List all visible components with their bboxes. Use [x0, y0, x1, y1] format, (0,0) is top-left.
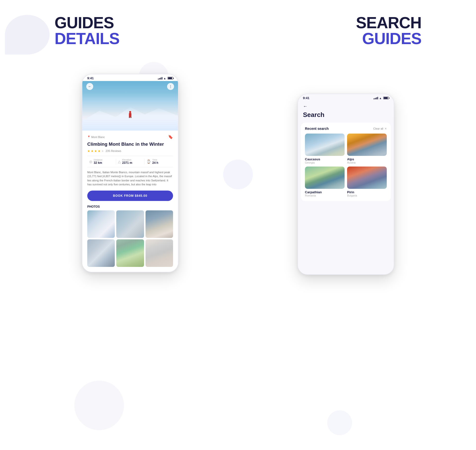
caucasus-country: Georgia	[305, 161, 345, 164]
stat-time: ⌚ Time 24 h	[145, 159, 173, 165]
photo-1[interactable]	[87, 210, 115, 238]
distance-icon: ◎	[89, 160, 92, 164]
search-title-line1: SEARCH	[356, 15, 421, 31]
back-button-2[interactable]: ←	[303, 104, 389, 109]
status-time-1: 9:41	[87, 76, 94, 80]
search-item-carpathian[interactable]: Carpathian Romania	[305, 167, 345, 197]
back-button-1[interactable]: ←	[86, 83, 93, 90]
elevation-icon: △	[118, 160, 121, 164]
pirin-name: Pirin	[347, 190, 387, 194]
rating-row: ★ ★ ★ ★ ★ 235 Reviews	[87, 149, 173, 153]
carpathian-image	[305, 167, 345, 189]
center-decorative-circle	[223, 160, 253, 189]
hero-image: ← ⋮	[82, 81, 178, 131]
star-4: ★	[98, 149, 101, 153]
photo-6[interactable]	[146, 239, 173, 267]
search-title-line2: GUIDES	[356, 31, 421, 47]
location-row: 📍 Mont Blanc 🔖	[87, 135, 173, 139]
star-2: ★	[91, 149, 94, 153]
photos-label: PHOTOS	[87, 205, 173, 208]
photo-4[interactable]	[87, 239, 115, 267]
guides-title-line2: DETAILS	[55, 31, 119, 47]
guides-title-line1: GUIDES	[55, 15, 119, 31]
photo-5[interactable]	[116, 239, 144, 267]
status-time-2: 9:41	[303, 96, 309, 100]
carpathian-name: Carpathian	[305, 190, 345, 194]
stars: ★ ★ ★ ★ ★	[87, 149, 104, 153]
signal-bar-1	[158, 79, 159, 80]
battery-icon-1	[168, 77, 173, 80]
photos-section: PHOTOS	[87, 205, 173, 267]
stat-elevation: △ Elevation 2371 m	[116, 159, 145, 165]
status-icons-2: ▲	[374, 97, 389, 100]
star-5: ★	[101, 149, 104, 153]
phone2-content: ← Search Recent search Clear all ✕	[298, 101, 394, 274]
time-icon: ⌚	[147, 160, 151, 164]
time-label: Time	[152, 159, 158, 161]
recent-search-label: Recent search	[305, 127, 329, 131]
phone-search-guides: 9:41 ▲ ← Sea	[298, 94, 394, 275]
status-icons-1: ▲	[158, 77, 173, 80]
wifi-icon-1: ▲	[163, 77, 166, 80]
alps-country: Austria	[347, 161, 387, 164]
phone-guides-details: 9:41 ▲	[82, 74, 178, 272]
star-3: ★	[94, 149, 97, 153]
search-item-pirin[interactable]: Pirin Bulgaria	[347, 167, 387, 197]
search-grid: Caucasus Georgia Alps Austria Carp	[305, 134, 387, 197]
signal-bar-6	[375, 98, 376, 99]
guide-title: Climbing Mont Blanc in the Winter	[87, 141, 173, 147]
stat-elevation-info: Elevation 2371 m	[122, 159, 132, 165]
left-section-title: GUIDES DETAILS	[55, 15, 119, 59]
reviews-count: 235 Reviews	[106, 149, 121, 152]
book-button[interactable]: BOOK FROM $845.00	[87, 191, 173, 201]
elevation-value: 2371 m	[122, 161, 132, 165]
signal-bars-2	[374, 97, 378, 99]
signal-bar-7	[376, 97, 377, 99]
caucasus-image	[305, 134, 345, 156]
location-label: 📍 Mont Blanc	[87, 136, 105, 139]
signal-bar-4	[162, 77, 162, 80]
elevation-label: Elevation	[122, 159, 132, 161]
more-button[interactable]: ⋮	[167, 83, 174, 90]
distance-label: Distance	[94, 159, 102, 161]
status-bar-2: 9:41 ▲	[298, 94, 394, 101]
photo-3[interactable]	[146, 210, 173, 238]
hiker-figure	[129, 111, 131, 117]
search-item-caucasus[interactable]: Caucasus Georgia	[305, 134, 345, 164]
stats-row: ◎ Distance 32 km △ Elevation 2371 m	[87, 156, 173, 167]
star-1: ★	[87, 149, 90, 153]
clear-x-icon: ✕	[385, 127, 387, 130]
battery-fill-2	[384, 97, 388, 99]
search-card: Recent search Clear all ✕ Caucasus Georg…	[301, 123, 391, 201]
signal-bars-1	[158, 77, 162, 80]
alps-image	[347, 134, 387, 156]
bookmark-icon[interactable]: 🔖	[168, 135, 173, 139]
clear-all-button[interactable]: Clear all ✕	[373, 127, 387, 130]
wifi-icon-2: ▲	[379, 97, 382, 100]
pirin-country: Bulgaria	[347, 194, 387, 197]
clear-label: Clear all	[373, 127, 383, 130]
recent-search-header: Recent search Clear all ✕	[305, 127, 387, 131]
pirin-image	[347, 167, 387, 189]
description: Mont Blanc, Italian Monte Bianco, mounta…	[87, 170, 173, 187]
photos-grid	[87, 210, 173, 267]
stat-distance: ◎ Distance 32 km	[87, 159, 116, 165]
signal-bar-8	[377, 97, 378, 99]
distance-value: 32 km	[94, 161, 102, 165]
right-section-title: SEARCH GUIDES	[356, 15, 421, 47]
nav-bar: ← ⋮	[82, 83, 178, 90]
time-value: 24 h	[152, 161, 158, 165]
status-bar-1: 9:41 ▲	[82, 74, 178, 81]
battery-icon-2	[383, 97, 389, 99]
location-text: Mont Blanc	[91, 136, 105, 139]
alps-name: Alps	[347, 157, 387, 161]
signal-bar-3	[160, 78, 161, 80]
phone1-content: 📍 Mont Blanc 🔖 Climbing Mont Blanc in th…	[82, 131, 178, 272]
photo-2[interactable]	[116, 210, 144, 238]
search-item-alps[interactable]: Alps Austria	[347, 134, 387, 164]
search-header: ← Search	[298, 101, 394, 123]
search-page-title: Search	[303, 111, 389, 119]
stat-time-info: Time 24 h	[152, 159, 158, 165]
stat-distance-info: Distance 32 km	[94, 159, 102, 165]
signal-bar-2	[159, 78, 160, 80]
